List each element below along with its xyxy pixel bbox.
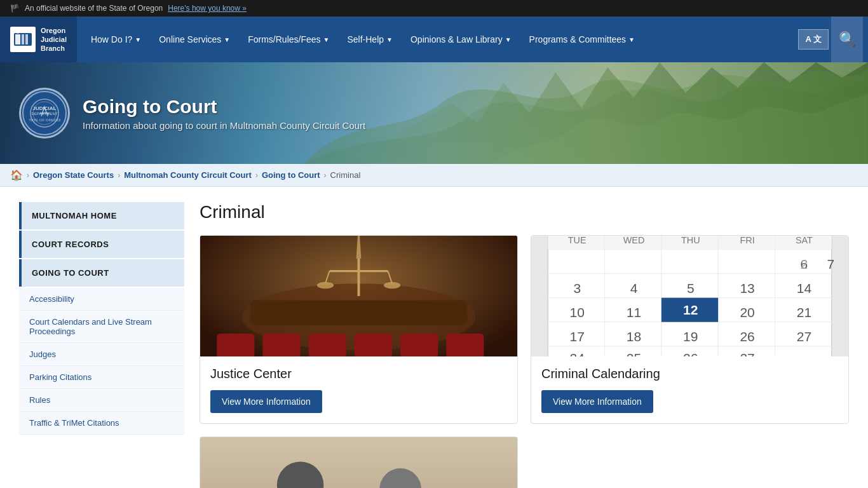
navbar-actions: A 文 🔍 [793, 17, 868, 62]
breadcrumb-current: Criminal [330, 170, 361, 180]
search-button[interactable]: 🔍 [831, 17, 863, 62]
criminal-calendaring-body: Criminal Calendaring View More Informati… [531, 356, 848, 423]
flag-icon: 🏴 [10, 4, 20, 13]
nav-self-help[interactable]: Self-Help ▼ [338, 17, 402, 62]
svg-text:25: 25 [627, 351, 641, 356]
nav-programs[interactable]: Programs & Committees ▼ [520, 17, 644, 62]
hero-text: Going to Court Information about going t… [83, 96, 365, 131]
cards-area: Criminal [200, 202, 849, 488]
sidebar: MULTNOMAH HOME COURT RECORDS GOING TO CO… [19, 202, 184, 488]
criminal-calendaring-image: TUE WED THU FRI SAT [531, 236, 848, 356]
hero-banner: JUDICIAL DEPARTMENT STATE OF OREGON Goin… [0, 62, 868, 164]
svg-text:26: 26 [683, 351, 698, 356]
chevron-down-icon: ▼ [628, 36, 635, 43]
svg-text:THU: THU [681, 236, 700, 245]
translate-button[interactable]: A 文 [798, 29, 829, 50]
svg-point-18 [384, 282, 400, 289]
how-you-know-link[interactable]: Here's how you know » [168, 4, 247, 13]
svg-rect-64 [200, 437, 517, 488]
justice-center-body: Justice Center View More Information [200, 356, 517, 423]
svg-text:27: 27 [740, 351, 754, 356]
main-content: MULTNOMAH HOME COURT RECORDS GOING TO CO… [0, 187, 868, 488]
nav-forms[interactable]: Forms/Rules/Fees ▼ [239, 17, 338, 62]
sidebar-parking-citations[interactable]: Parking Citations [19, 366, 184, 389]
svg-text:21: 21 [797, 305, 811, 320]
svg-rect-2 [22, 34, 24, 44]
breadcrumb: 🏠 › Oregon State Courts › Multnomah Coun… [0, 164, 868, 187]
justice-center-card: Justice Center View More Information [200, 235, 518, 424]
sidebar-traffic-trimet[interactable]: Traffic & TriMet Citations [19, 412, 184, 435]
svg-text:2: 2 [801, 257, 808, 271]
logo-area[interactable]: Oregon Judicial Branch [0, 17, 77, 62]
justice-center-btn[interactable]: View More Information [210, 390, 322, 413]
svg-text:DEPARTMENT: DEPARTMENT [32, 112, 58, 116]
breadcrumb-oregon-courts[interactable]: Oregon State Courts [33, 170, 114, 180]
justice-center-image [200, 236, 517, 356]
nav-items: How Do I? ▼ Online Services ▼ Forms/Rule… [77, 17, 794, 62]
svg-text:19: 19 [683, 329, 698, 344]
page-title: Criminal [200, 202, 849, 222]
svg-text:WED: WED [623, 236, 645, 245]
chevron-down-icon: ▼ [323, 36, 330, 43]
sidebar-multnomah-home[interactable]: MULTNOMAH HOME [19, 202, 184, 229]
svg-rect-24 [446, 334, 484, 356]
chevron-down-icon: ▼ [505, 36, 512, 43]
svg-text:12: 12 [683, 302, 698, 317]
logo-text: Oregon Judicial Branch [41, 26, 67, 53]
criminal-calendaring-title: Criminal Calendaring [541, 367, 838, 381]
search-icon: 🔍 [839, 31, 856, 48]
sidebar-court-records[interactable]: COURT RECORDS [19, 231, 184, 258]
chevron-down-icon: ▼ [224, 36, 230, 43]
breadcrumb-sep-1: › [118, 171, 120, 180]
breadcrumb-sep-3: › [324, 171, 327, 180]
sidebar-court-calendars[interactable]: Court Calendars and Live Stream Proceedi… [19, 311, 184, 343]
svg-text:3: 3 [573, 281, 581, 295]
svg-text:20: 20 [740, 305, 754, 320]
nav-how-do-i[interactable]: How Do I? ▼ [82, 17, 150, 62]
official-text: An official website of the State of Oreg… [25, 4, 163, 13]
svg-rect-22 [355, 334, 392, 356]
breadcrumb-sep-0: › [27, 171, 29, 180]
sidebar-accessibility[interactable]: Accessibility [19, 288, 184, 311]
breadcrumb-multnomah[interactable]: Multnomah County Circuit Court [124, 170, 252, 180]
svg-text:FRI: FRI [740, 236, 754, 245]
chevron-down-icon: ▼ [386, 36, 393, 43]
svg-text:17: 17 [570, 329, 585, 344]
nav-online-services[interactable]: Online Services ▼ [150, 17, 239, 62]
svg-rect-20 [262, 334, 300, 356]
svg-text:TUE: TUE [568, 236, 587, 245]
svg-text:13: 13 [740, 281, 754, 295]
sidebar-going-to-court: GOING TO COURT [19, 259, 184, 287]
card3 [200, 437, 518, 488]
criminal-calendaring-card: TUE WED THU FRI SAT [531, 235, 849, 424]
svg-text:10: 10 [570, 305, 585, 320]
court-seal: JUDICIAL DEPARTMENT STATE OF OREGON [19, 88, 70, 139]
svg-text:4: 4 [630, 281, 638, 295]
svg-point-17 [317, 282, 334, 289]
home-icon[interactable]: 🏠 [10, 169, 23, 181]
svg-text:18: 18 [627, 329, 641, 344]
svg-text:14: 14 [797, 281, 812, 295]
svg-point-4 [16, 30, 20, 34]
nav-opinions[interactable]: Opinions & Law Library ▼ [402, 17, 520, 62]
svg-text:7: 7 [827, 257, 835, 271]
breadcrumb-going-to-court[interactable]: Going to Court [262, 170, 320, 180]
hero-subtitle: Information about going to court in Mult… [83, 120, 365, 131]
svg-text:5: 5 [687, 281, 695, 295]
svg-text:SAT: SAT [796, 236, 813, 245]
sidebar-rules[interactable]: Rules [19, 389, 184, 412]
svg-text:STATE OF OREGON: STATE OF OREGON [29, 118, 60, 122]
top-banner: 🏴 An official website of the State of Or… [0, 0, 868, 17]
svg-rect-3 [25, 34, 28, 44]
justice-center-title: Justice Center [210, 367, 507, 381]
sidebar-judges[interactable]: Judges [19, 343, 184, 366]
logo-icon [10, 27, 36, 52]
breadcrumb-sep-2: › [255, 171, 258, 180]
svg-rect-19 [217, 334, 254, 356]
svg-text:11: 11 [627, 305, 641, 320]
svg-rect-21 [309, 334, 346, 356]
chevron-down-icon: ▼ [135, 36, 141, 43]
main-nav: Oregon Judicial Branch How Do I? ▼ Onlin… [0, 17, 868, 62]
criminal-calendaring-btn[interactable]: View More Information [541, 390, 653, 413]
cards-grid: Justice Center View More Information TUE [200, 235, 849, 488]
